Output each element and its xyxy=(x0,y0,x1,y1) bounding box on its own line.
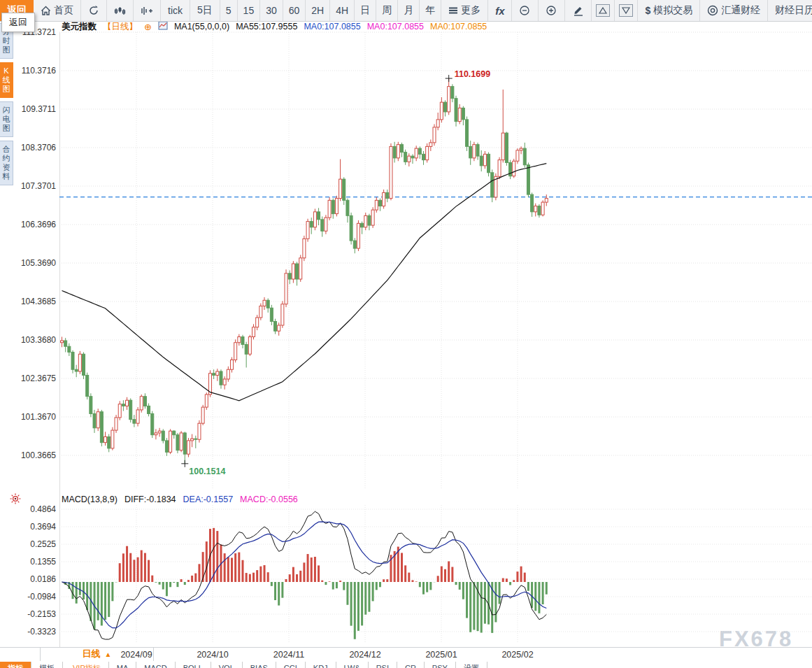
fx678-brand-button[interactable]: 汇通财经 xyxy=(700,0,768,21)
formula-button[interactable]: fx xyxy=(488,0,512,21)
zoom-in-button[interactable] xyxy=(539,0,565,21)
candle-body xyxy=(393,146,396,157)
period-2h-button[interactable]: 2H xyxy=(306,0,330,21)
candle-body xyxy=(126,400,129,406)
period-selector[interactable]: 日线 ▲ xyxy=(40,647,154,661)
app-window: FX678 110.1699100.1514 返回 首页 tick 5日 5 1… xyxy=(0,0,812,668)
candle-body xyxy=(93,413,96,427)
indicator-tab-13[interactable]: PSY xyxy=(425,662,456,668)
price-axis-label: 104.3685 xyxy=(0,297,56,306)
extreme-marker xyxy=(446,75,453,82)
period-day-button[interactable]: 日 xyxy=(355,0,376,21)
more-button[interactable]: 更多 xyxy=(441,0,488,21)
kline-chart-button[interactable] xyxy=(107,0,134,21)
more-label: 更多 xyxy=(461,4,480,17)
price-axis-label: 102.3675 xyxy=(0,374,56,383)
macd-settings-icon[interactable] xyxy=(9,492,22,508)
period-5d-button[interactable]: 5日 xyxy=(190,0,220,21)
macd-axis-label: 0.1355 xyxy=(0,557,56,567)
draw-button[interactable] xyxy=(565,0,592,21)
candle-body xyxy=(292,264,294,279)
period-5m-button[interactable]: 5 xyxy=(220,0,238,21)
zoom-out-icon xyxy=(519,5,531,17)
chart-type-sidebar: 分时图K线图闪电图合约资料 xyxy=(0,23,13,189)
period-15m-button[interactable]: 15 xyxy=(238,0,261,21)
candle-body xyxy=(299,258,302,279)
arrow-down-marker-button[interactable] xyxy=(615,0,638,21)
candle-body xyxy=(462,108,464,119)
add-indicator-icon[interactable]: ⊕ xyxy=(144,22,152,32)
candle-body xyxy=(198,423,201,439)
candle-body xyxy=(111,430,114,448)
macd-axis-label: 0.0186 xyxy=(0,574,56,584)
candle-body xyxy=(78,354,81,371)
home-button[interactable]: 首页 xyxy=(34,0,81,21)
candle-body xyxy=(97,412,99,428)
candle-body xyxy=(375,200,378,210)
period-4h-button[interactable]: 4H xyxy=(330,0,355,21)
candle-body xyxy=(418,148,421,154)
candle-body xyxy=(444,102,447,112)
indicator-tab-5[interactable]: BOLL xyxy=(176,662,211,668)
zoom-out-button[interactable] xyxy=(512,0,539,21)
calendar-button[interactable]: 财经日历 xyxy=(768,0,812,21)
period-60m-button[interactable]: 60 xyxy=(283,0,306,21)
sidebar-tab-3[interactable]: 合约资料 xyxy=(0,141,13,185)
macd-axis-label: -0.0984 xyxy=(0,592,56,602)
period-year-button[interactable]: 年 xyxy=(420,0,441,21)
candle-body xyxy=(223,379,226,385)
candle-body xyxy=(523,148,526,165)
candle-body xyxy=(415,148,418,158)
candle-body xyxy=(281,304,284,325)
indicator-tab-7[interactable]: BIAS xyxy=(243,662,276,668)
indicator-tab-9[interactable]: KDJ xyxy=(306,662,336,668)
arrow-up-marker-button[interactable] xyxy=(592,0,615,21)
price-macd-chart[interactable]: 110.1699100.1514 xyxy=(0,0,812,668)
toolbar: 返回 首页 tick 5日 5 15 30 60 2H 4H 日 周 月 年 更… xyxy=(0,0,812,22)
indicator-tab-1[interactable]: 模板 xyxy=(31,662,63,668)
tick-period-button[interactable]: tick xyxy=(161,0,190,21)
period-month-button[interactable]: 月 xyxy=(398,0,420,21)
indicator-tab-8[interactable]: CCI xyxy=(276,662,306,668)
candle-body xyxy=(466,120,469,146)
price-axis-label: 103.3680 xyxy=(0,335,56,345)
dollar-icon: $ xyxy=(645,5,650,16)
candle-body xyxy=(266,300,269,308)
period-week-button[interactable]: 周 xyxy=(376,0,398,21)
candle-body xyxy=(201,407,204,423)
indicator-tab-3[interactable]: MA xyxy=(109,662,137,668)
sidebar-tab-2[interactable]: 闪电图 xyxy=(0,101,13,137)
indicator-tab-12[interactable]: CR xyxy=(397,662,425,668)
zoom-in-icon xyxy=(546,5,557,17)
candle-body xyxy=(274,322,277,332)
candle-body xyxy=(469,146,472,157)
indicator-tab-14[interactable]: 设置 xyxy=(456,662,487,668)
candle-body xyxy=(216,371,219,375)
indicator-tab-10[interactable]: LW& xyxy=(336,662,369,668)
candle-body xyxy=(194,439,197,439)
indicator-tab-0[interactable]: 指标 xyxy=(0,662,31,668)
candle-body xyxy=(278,325,280,331)
caret-up-icon: ▲ xyxy=(105,651,112,658)
period-30m-button[interactable]: 30 xyxy=(260,0,283,21)
candle-body xyxy=(404,152,407,162)
fx678-brand-label: 汇通财经 xyxy=(721,4,760,17)
candle-body xyxy=(296,264,299,279)
candle-body xyxy=(248,336,251,354)
indicator-tab-2[interactable]: VIP指标 xyxy=(65,662,109,668)
sim-trading-button[interactable]: $ 模拟交易 xyxy=(638,0,700,21)
indicator-tab-6[interactable]: VOL xyxy=(211,662,243,668)
candle-body xyxy=(176,435,179,450)
candle-body xyxy=(270,308,273,321)
indicator-tab-11[interactable]: RSI xyxy=(369,662,397,668)
candle-body xyxy=(259,306,262,318)
refresh-button[interactable] xyxy=(81,0,107,21)
indicator-tab-4[interactable]: MACD xyxy=(136,662,175,668)
candle-body xyxy=(411,156,414,158)
sidebar-tab-1[interactable]: K线图 xyxy=(0,62,13,98)
candle-body xyxy=(318,212,320,220)
date-label: 2024/12 xyxy=(337,650,393,660)
tick-chart-button[interactable] xyxy=(134,0,161,21)
candle-body xyxy=(252,327,255,337)
candle-body xyxy=(263,300,266,306)
